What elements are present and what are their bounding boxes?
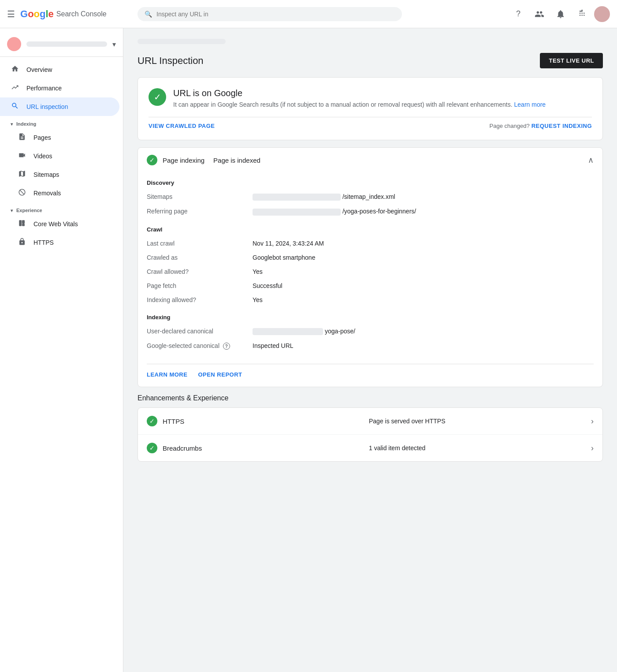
- sitemaps-label: Sitemaps: [33, 171, 59, 178]
- indexing-allowed-row: Indexing allowed? Yes: [147, 293, 594, 307]
- page-changed-text: Page changed?: [490, 123, 530, 129]
- pages-label: Pages: [33, 134, 51, 141]
- page-indexing-label: Page indexing: [163, 157, 204, 164]
- user-avatar[interactable]: [594, 6, 610, 22]
- status-info: URL is on Google It can appear in Google…: [173, 88, 546, 108]
- home-icon: [11, 65, 19, 75]
- property-selector[interactable]: ▾: [0, 32, 123, 57]
- sidebar-item-sitemaps[interactable]: Sitemaps: [0, 165, 119, 184]
- https-enhancement-left: ✓ HTTPS: [147, 416, 369, 426]
- https-enhancement-value: Page is served over HTTPS: [369, 418, 591, 425]
- property-name: [26, 41, 107, 47]
- main-content: URL Inspection TEST LIVE URL ✓ URL is on…: [123, 28, 617, 672]
- overview-label: Overview: [26, 66, 52, 73]
- sidebar-item-performance[interactable]: Performance: [0, 79, 119, 97]
- property-dropdown-icon: ▾: [112, 40, 116, 49]
- sidebar-item-overview[interactable]: Overview: [0, 60, 119, 79]
- status-header: ✓ URL is on Google It can appear in Goog…: [149, 88, 592, 108]
- sitemaps-key: Sitemaps: [147, 193, 244, 200]
- card-actions: VIEW CRAWLED PAGE Page changed? REQUEST …: [149, 117, 592, 129]
- https-enhancement-label: HTTPS: [163, 418, 184, 425]
- header-icons: ?: [509, 5, 610, 23]
- sidebar-item-core-web-vitals[interactable]: Core Web Vitals: [0, 215, 119, 233]
- core-web-vitals-label: Core Web Vitals: [33, 220, 78, 228]
- performance-label: Performance: [26, 85, 62, 92]
- status-card: ✓ URL is on Google It can appear in Goog…: [138, 77, 603, 140]
- https-icon: [18, 238, 26, 247]
- sidebar-item-videos[interactable]: Videos: [0, 147, 119, 165]
- page-fetch-value: Successful: [253, 282, 282, 289]
- hamburger-icon[interactable]: ☰: [7, 9, 15, 19]
- performance-icon: [11, 83, 19, 93]
- removals-icon: [18, 188, 26, 198]
- videos-label: Videos: [33, 153, 52, 160]
- help-icon[interactable]: ?: [509, 5, 527, 23]
- sidebar: ▾ Overview Performance URL inspection ▾ …: [0, 28, 123, 672]
- google-selected-canonical-key: Google-selected canonical ?: [147, 342, 244, 350]
- learn-more-button[interactable]: LEARN MORE: [147, 371, 187, 378]
- help-circle-icon[interactable]: ?: [223, 343, 230, 350]
- sitemaps-icon: [18, 170, 26, 179]
- crawl-section-title: Crawl: [147, 226, 594, 233]
- google-selected-canonical-value: Inspected URL: [253, 342, 294, 349]
- header: ☰ Google Search Console 🔍 ?: [0, 0, 617, 28]
- crawl-allowed-key: Crawl allowed?: [147, 268, 244, 275]
- learn-more-link[interactable]: Learn more: [514, 101, 546, 108]
- url-inspection-label: URL inspection: [26, 103, 68, 110]
- indexing-allowed-key: Indexing allowed?: [147, 296, 244, 303]
- page-header: URL Inspection TEST LIVE URL: [138, 53, 603, 68]
- user-declared-canonical-key: User-declared canonical: [147, 328, 244, 335]
- indexing-label: Indexing: [16, 121, 36, 127]
- sidebar-item-url-inspection[interactable]: URL inspection: [0, 97, 119, 116]
- crawled-as-row: Crawled as Googlebot smartphone: [147, 250, 594, 265]
- breadcrumbs-enhancement-value: 1 valid item detected: [369, 444, 591, 452]
- https-enhancement-row[interactable]: ✓ HTTPS Page is served over HTTPS ›: [138, 408, 602, 435]
- enhancements-card: ✓ HTTPS Page is served over HTTPS › ✓ Br…: [138, 407, 603, 462]
- enhancements-title: Enhancements & Experience: [138, 394, 603, 402]
- breadcrumbs-enhancement-row[interactable]: ✓ Breadcrumbs 1 valid item detected ›: [138, 435, 602, 461]
- canonical-suffix: yoga-pose/: [325, 328, 355, 335]
- logo-text: Search Console: [56, 10, 107, 18]
- sidebar-item-https[interactable]: HTTPS: [0, 233, 119, 252]
- videos-icon: [18, 151, 26, 161]
- last-crawl-row: Last crawl Nov 11, 2024, 3:43:24 AM: [147, 236, 594, 250]
- page-fetch-key: Page fetch: [147, 282, 244, 289]
- breadcrumbs-enhancement-left: ✓ Breadcrumbs: [147, 443, 369, 453]
- open-report-button[interactable]: OPEN REPORT: [198, 371, 242, 378]
- sidebar-item-pages[interactable]: Pages: [0, 128, 119, 147]
- sidebar-item-removals[interactable]: Removals: [0, 184, 119, 202]
- https-check-icon: ✓: [147, 416, 157, 426]
- referring-page-key: Referring page: [147, 208, 244, 215]
- request-indexing-button[interactable]: REQUEST INDEXING: [532, 123, 592, 129]
- collapse-icon[interactable]: ∧: [588, 155, 594, 165]
- removals-label: Removals: [33, 190, 61, 197]
- indexing-header-left: ✓ Page indexing: [147, 155, 204, 165]
- indexing-allowed-value: Yes: [253, 296, 263, 303]
- google-selected-canonical-row: Google-selected canonical ? Inspected UR…: [147, 339, 594, 353]
- url-inspect-input[interactable]: [156, 11, 395, 18]
- crawled-as-key: Crawled as: [147, 254, 244, 261]
- page-title: URL Inspection: [138, 55, 204, 67]
- search-bar[interactable]: 🔍: [138, 7, 402, 21]
- indexing-sub-section-title: Indexing: [147, 314, 594, 321]
- user-declared-canonical-value: yoga-pose/: [253, 328, 355, 335]
- users-icon[interactable]: [531, 5, 548, 23]
- last-crawl-value: Nov 11, 2024, 3:43:24 AM: [253, 240, 324, 247]
- status-description: It can appear in Google Search results (…: [173, 101, 546, 108]
- discovery-section-title: Discovery: [147, 179, 594, 186]
- view-crawled-page-button[interactable]: VIEW CRAWLED PAGE: [149, 123, 215, 129]
- test-live-url-button[interactable]: TEST LIVE URL: [540, 53, 603, 68]
- core-web-vitals-icon: [18, 219, 26, 229]
- index-header[interactable]: ✓ Page indexing Page is indexed ∧: [138, 148, 602, 172]
- pages-icon: [18, 133, 26, 142]
- breadcrumbs-check-icon: ✓: [147, 443, 157, 453]
- last-crawl-key: Last crawl: [147, 240, 244, 247]
- breadcrumbs-enhancement-label: Breadcrumbs: [163, 444, 202, 452]
- indexing-arrow-icon: ▾: [11, 122, 13, 127]
- request-indexing-area: Page changed? REQUEST INDEXING: [490, 123, 592, 129]
- crawled-as-value: Googlebot smartphone: [253, 254, 315, 261]
- experience-label: Experience: [16, 208, 42, 213]
- notifications-icon[interactable]: [552, 5, 569, 23]
- apps-icon[interactable]: [573, 5, 591, 23]
- user-declared-canonical-row: User-declared canonical yoga-pose/: [147, 324, 594, 339]
